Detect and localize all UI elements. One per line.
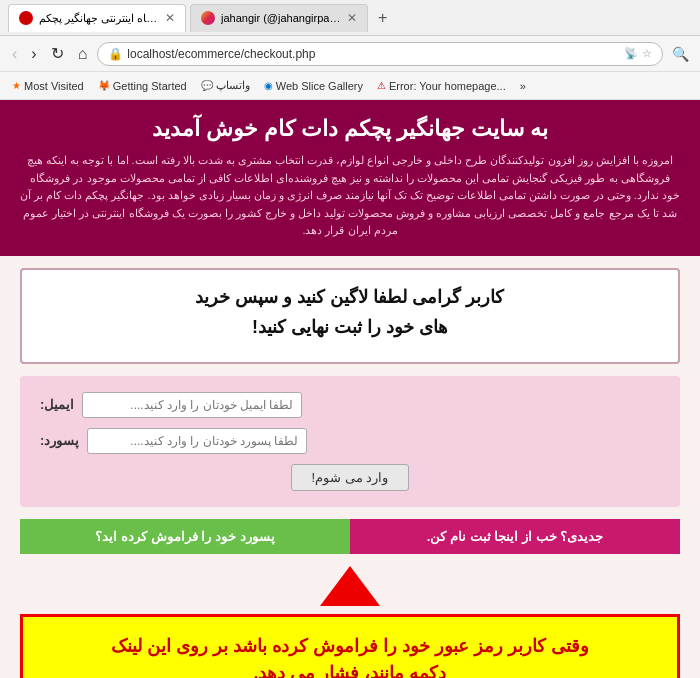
bookmark-web-slice[interactable]: ◉ Web Slice Gallery (258, 78, 369, 94)
home-button[interactable]: ⌂ (74, 43, 92, 65)
title-bar: فروشگاه اینترنتی جهانگیر پچکم ✕ jahangir… (0, 0, 700, 36)
bookmark-label-1: Most Visited (24, 80, 84, 92)
whatsapp-icon: 💬 (201, 80, 213, 91)
search-button[interactable]: 🔍 (669, 44, 692, 64)
login-button[interactable]: وارد می شوم! (291, 464, 410, 491)
error-icon: ⚠ (377, 80, 386, 91)
email-row: ایمیل: (40, 392, 660, 418)
ellipsis-icon: » (520, 80, 526, 92)
password-label: پسورد: (40, 433, 79, 448)
password-input[interactable] (87, 428, 307, 454)
highlight-text-line1: وقتی کاربر رمز عبور خود را فراموش کرده ب… (39, 633, 661, 660)
new-tab-button[interactable]: + (372, 7, 393, 29)
bookmark-most-visited[interactable]: ★ Most Visited (6, 78, 90, 94)
bookmark-whatsapp[interactable]: 💬 واتساپ (195, 77, 256, 94)
firefox-icon: 🦊 (98, 80, 110, 91)
rss-icon: 📡 (624, 47, 638, 60)
tab-favicon-2 (201, 11, 215, 25)
login-btn-row: وارد می شوم! (40, 464, 660, 491)
page-title: به سایت جهانگیر پچکم دات کام خوش آمدید (20, 116, 680, 142)
star-icon: ★ (12, 80, 21, 91)
highlight-box: وقتی کاربر رمز عبور خود را فراموش کرده ب… (20, 614, 680, 678)
address-bar[interactable]: 🔒 localhost/ecommerce/checkout.php 📡 ☆ (97, 42, 663, 66)
web-icon: ◉ (264, 80, 273, 91)
bookmark-label-4: Web Slice Gallery (276, 80, 363, 92)
password-row: پسورد: (40, 428, 660, 454)
active-tab[interactable]: فروشگاه اینترنتی جهانگیر پچکم ✕ (8, 4, 186, 32)
back-button[interactable]: ‹ (8, 43, 21, 65)
bookmark-label-5: Error: Your homepage... (389, 80, 506, 92)
up-arrow-icon (320, 566, 380, 606)
refresh-button[interactable]: ↻ (47, 42, 68, 65)
tab-close-1[interactable]: ✕ (165, 11, 175, 25)
highlight-text-line2: دکمه مانند، فشار می دهد. (39, 660, 661, 678)
bookmarks-bar: ★ Most Visited 🦊 Getting Started 💬 واتسا… (0, 72, 700, 100)
address-icons: 📡 ☆ (624, 47, 652, 60)
page-header: به سایت جهانگیر پچکم دات کام خوش آمدید ا… (0, 100, 700, 256)
page-content: به سایت جهانگیر پچکم دات کام خوش آمدید ا… (0, 100, 700, 678)
action-row: جدیدی؟ خب از اینجا ثبت نام کن. پسورد خود… (20, 519, 680, 554)
login-section: کاربر گرامی لطفا لاگین کنید و سپس خرید ه… (20, 268, 680, 364)
bookmark-label-3: واتساپ (216, 79, 250, 92)
email-label: ایمیل: (40, 397, 74, 412)
login-title-line1: کاربر گرامی لطفا لاگین کنید و سپس خرید (42, 286, 658, 308)
bookmark-more[interactable]: » (514, 78, 532, 94)
tab-close-2[interactable]: ✕ (347, 11, 357, 25)
tab-label-1: فروشگاه اینترنتی جهانگیر پچکم (39, 12, 159, 25)
forgot-password-button[interactable]: پسورد خود را فراموش کرده اید؟ (20, 519, 350, 554)
forward-button[interactable]: › (27, 43, 40, 65)
bookmark-getting-started[interactable]: 🦊 Getting Started (92, 78, 193, 94)
tab-label-2: jahangir (@jahangirpachkam) • In... (221, 12, 341, 24)
email-input[interactable] (82, 392, 302, 418)
bookmark-error[interactable]: ⚠ Error: Your homepage... (371, 78, 512, 94)
form-area: ایمیل: پسورد: وارد می شوم! (20, 376, 680, 507)
address-text: localhost/ecommerce/checkout.php (127, 47, 620, 61)
page-description: امروزه با افزایش روز افزون تولیدکنندگان … (20, 152, 680, 240)
nav-right-icons: 🔍 (669, 44, 692, 64)
bookmark-star-icon: ☆ (642, 47, 652, 60)
bookmark-label-2: Getting Started (113, 80, 187, 92)
inactive-tab[interactable]: jahangir (@jahangirpachkam) • In... ✕ (190, 4, 368, 32)
tab-favicon-1 (19, 11, 33, 25)
login-title-line2: های خود را ثبت نهایی کنید! (42, 316, 658, 338)
new-user-button[interactable]: جدیدی؟ خب از اینجا ثبت نام کن. (350, 519, 680, 554)
nav-bar: ‹ › ↻ ⌂ 🔒 localhost/ecommerce/checkout.p… (0, 36, 700, 72)
arrow-container (0, 566, 700, 606)
